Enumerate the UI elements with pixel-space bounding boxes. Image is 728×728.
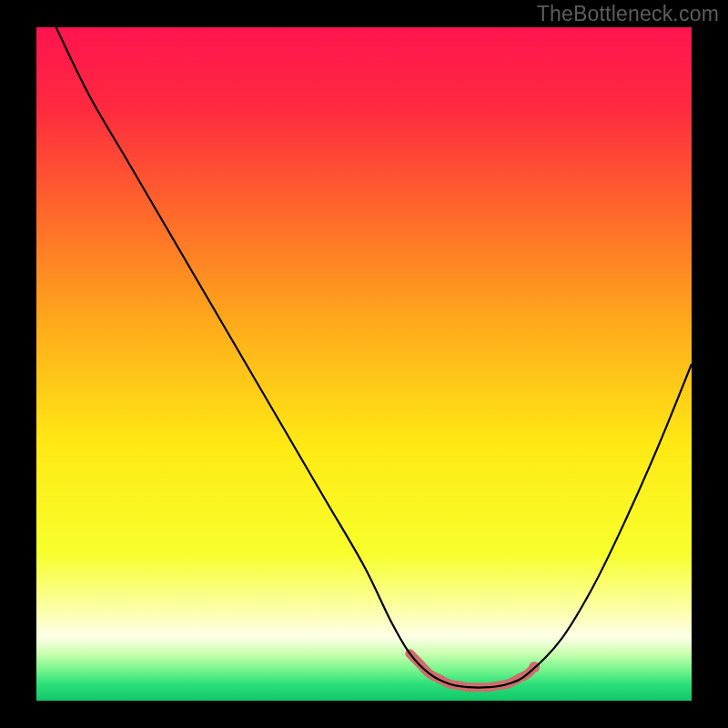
chart-frame: TheBottleneck.com [0,0,728,728]
plot-area [36,27,692,701]
watermark-text: TheBottleneck.com [537,2,719,26]
curve-overlay [36,27,692,701]
bottleneck-curve [56,27,692,688]
